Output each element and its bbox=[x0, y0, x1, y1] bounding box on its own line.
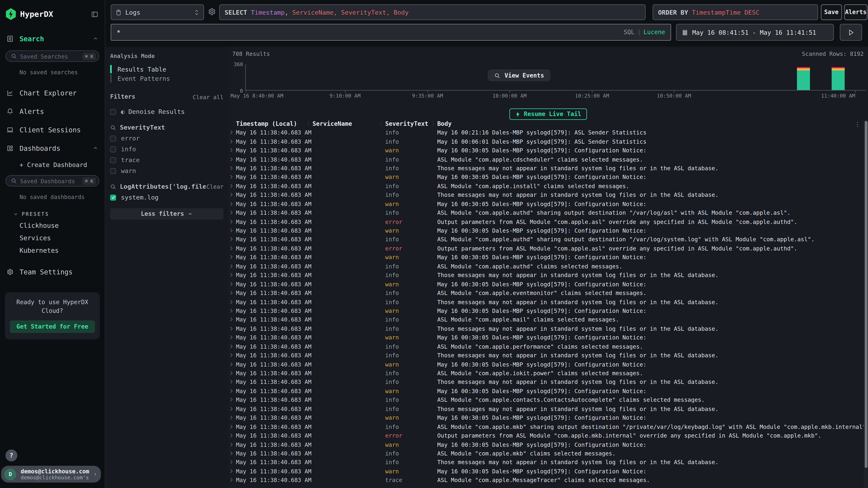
alerts-button[interactable]: Alerts bbox=[844, 4, 867, 20]
table-row[interactable]: May 16 11:38:40.683 AM warn May 16 00:30… bbox=[228, 280, 864, 288]
lucene-mode-toggle[interactable]: Lucene bbox=[644, 29, 665, 36]
column-header-severitytext[interactable]: ⋮SeverityText bbox=[385, 120, 437, 127]
get-started-button[interactable]: Get Started for Free bbox=[10, 321, 95, 333]
table-row[interactable]: May 16 11:38:40.683 AM info May 16 00:06… bbox=[228, 137, 864, 146]
row-expand-chevron-icon[interactable] bbox=[230, 139, 236, 143]
column-drag-icon[interactable]: ⋮ bbox=[379, 120, 383, 126]
table-row[interactable]: May 16 11:38:40.683 AM info ASL Module "… bbox=[228, 235, 864, 244]
sidebar-item-team-settings[interactable]: Team Settings bbox=[0, 266, 105, 277]
table-row[interactable]: May 16 11:38:40.683 AM info Those messag… bbox=[228, 270, 864, 280]
row-expand-chevron-icon[interactable] bbox=[230, 291, 236, 295]
table-row[interactable]: May 16 11:38:40.683 AM warn May 16 00:30… bbox=[228, 333, 864, 342]
row-expand-chevron-icon[interactable] bbox=[230, 460, 236, 464]
tab-results-table[interactable]: Results Table bbox=[110, 65, 223, 74]
row-expand-chevron-icon[interactable] bbox=[230, 157, 236, 161]
row-expand-chevron-icon[interactable] bbox=[230, 282, 236, 286]
source-select[interactable]: Logs bbox=[111, 4, 204, 20]
row-expand-chevron-icon[interactable] bbox=[230, 406, 236, 411]
date-range-picker[interactable]: May 16 08:41:51 - May 16 11:41:51 bbox=[676, 24, 834, 41]
table-row[interactable]: May 16 11:38:40.683 AM warn May 16 00:30… bbox=[228, 199, 864, 208]
row-expand-chevron-icon[interactable] bbox=[230, 416, 236, 420]
search-icon[interactable] bbox=[110, 125, 116, 130]
row-expand-chevron-icon[interactable] bbox=[230, 362, 236, 366]
row-expand-chevron-icon[interactable] bbox=[230, 237, 236, 241]
checkbox[interactable] bbox=[110, 135, 116, 141]
collapse-sidebar-icon[interactable] bbox=[91, 11, 98, 18]
table-row[interactable]: May 16 11:38:40.683 AM info ASL Module "… bbox=[228, 315, 864, 324]
row-expand-chevron-icon[interactable] bbox=[230, 442, 236, 447]
filter-option[interactable]: system.log bbox=[110, 194, 223, 201]
resume-live-tail-button[interactable]: Resume Live Tail bbox=[509, 108, 587, 120]
row-expand-chevron-icon[interactable] bbox=[230, 371, 236, 375]
filter-option[interactable]: error bbox=[110, 134, 223, 142]
table-row[interactable]: May 16 11:38:40.683 AM info ASL Module "… bbox=[228, 262, 864, 270]
help-button[interactable]: ? bbox=[5, 450, 18, 461]
checkbox[interactable] bbox=[110, 194, 116, 200]
clear-filter-button[interactable]: Clear bbox=[206, 183, 223, 190]
preset-item[interactable]: Clickhouse bbox=[20, 222, 105, 229]
table-scrollbar[interactable] bbox=[864, 120, 868, 488]
row-expand-chevron-icon[interactable] bbox=[230, 398, 236, 402]
create-dashboard-button[interactable]: + Create Dashboard bbox=[20, 161, 105, 169]
column-drag-icon[interactable]: ⋮ bbox=[431, 120, 436, 126]
row-expand-chevron-icon[interactable] bbox=[230, 193, 236, 197]
table-row[interactable]: May 16 11:38:40.683 AM warn May 16 00:30… bbox=[228, 306, 864, 315]
table-row[interactable]: May 16 11:38:40.683 AM info ASL Module "… bbox=[228, 422, 864, 431]
search-query-input[interactable]: * SQL|Lucene bbox=[111, 24, 671, 41]
table-row[interactable]: May 16 11:38:40.683 AM info Those messag… bbox=[228, 297, 864, 306]
column-header-servicename[interactable]: ⋮ServiceName bbox=[312, 120, 385, 127]
row-expand-chevron-icon[interactable] bbox=[230, 228, 236, 233]
save-button[interactable]: Save bbox=[821, 4, 842, 20]
preset-item[interactable]: Kubernetes bbox=[20, 247, 105, 254]
checkbox[interactable] bbox=[110, 157, 116, 163]
row-expand-chevron-icon[interactable] bbox=[230, 220, 236, 224]
table-row[interactable]: May 16 11:38:40.683 AM warn May 16 00:30… bbox=[228, 386, 864, 395]
table-row[interactable]: May 16 11:38:40.683 AM warn May 16 00:30… bbox=[228, 467, 864, 476]
row-expand-chevron-icon[interactable] bbox=[230, 335, 236, 339]
table-row[interactable]: May 16 11:38:40.683 AM info ASL Module "… bbox=[228, 208, 864, 217]
row-expand-chevron-icon[interactable] bbox=[230, 451, 236, 455]
column-header-timestamp[interactable]: Timestamp (Local) bbox=[236, 120, 312, 127]
clear-all-button[interactable]: Clear all bbox=[193, 94, 223, 100]
user-menu[interactable]: D demos@clickhouse.com demos@clickhouse.… bbox=[1, 466, 101, 483]
row-expand-chevron-icon[interactable] bbox=[230, 326, 236, 331]
table-row[interactable]: May 16 11:38:40.683 AM info ASL Module "… bbox=[228, 182, 864, 190]
table-row[interactable]: May 16 11:38:40.683 AM info ASL Module "… bbox=[228, 449, 864, 458]
sidebar-item-chart-explorer[interactable]: Chart Explorer bbox=[0, 87, 105, 98]
row-expand-chevron-icon[interactable] bbox=[230, 264, 236, 268]
filter-option[interactable]: info bbox=[110, 145, 223, 153]
search-icon[interactable] bbox=[110, 184, 116, 190]
sidebar-item-dashboards[interactable]: Dashboards bbox=[0, 142, 105, 154]
sidebar-item-alerts[interactable]: Alerts bbox=[0, 106, 105, 117]
row-expand-chevron-icon[interactable] bbox=[230, 148, 236, 152]
row-expand-chevron-icon[interactable] bbox=[230, 166, 236, 170]
row-expand-chevron-icon[interactable] bbox=[230, 255, 236, 259]
order-by-editor[interactable]: ORDER BY TimestampTime DESC bbox=[653, 4, 818, 20]
row-expand-chevron-icon[interactable] bbox=[230, 433, 236, 437]
table-row[interactable]: May 16 11:38:40.683 AM info Those messag… bbox=[228, 458, 864, 467]
table-row[interactable]: May 16 11:38:40.683 AM trace ASL Module … bbox=[228, 476, 864, 484]
table-row[interactable]: May 16 11:38:40.683 AM error Output para… bbox=[228, 217, 864, 226]
row-expand-chevron-icon[interactable] bbox=[230, 478, 236, 482]
table-row[interactable]: May 16 11:38:40.683 AM warn May 16 00:30… bbox=[228, 173, 864, 182]
less-filters-button[interactable]: Less filters bbox=[110, 208, 223, 220]
table-row[interactable]: May 16 11:38:40.683 AM info Those messag… bbox=[228, 378, 864, 386]
denoise-results-checkbox[interactable]: ◐ Denoise Results bbox=[110, 108, 223, 116]
row-expand-chevron-icon[interactable] bbox=[230, 273, 236, 277]
histogram-plot[interactable]: May 16 8:40:00 AM 9:10:00 AM bbox=[245, 64, 866, 91]
row-expand-chevron-icon[interactable] bbox=[230, 344, 236, 349]
row-expand-chevron-icon[interactable] bbox=[230, 300, 236, 304]
table-row[interactable]: May 16 11:38:40.683 AM info Those messag… bbox=[228, 324, 864, 333]
sidebar-item-client-sessions[interactable]: Client Sessions bbox=[0, 124, 105, 135]
table-row[interactable]: May 16 11:38:40.683 AM info ASL Module "… bbox=[228, 289, 864, 297]
table-row[interactable]: May 16 11:38:40.683 AM warn May 16 00:30… bbox=[228, 253, 864, 262]
row-expand-chevron-icon[interactable] bbox=[230, 175, 236, 179]
row-expand-chevron-icon[interactable] bbox=[230, 424, 236, 429]
table-row[interactable]: May 16 11:38:40.683 AM warn May 16 00:30… bbox=[228, 360, 864, 368]
table-row[interactable]: May 16 11:38:40.683 AM info ASL Module "… bbox=[228, 395, 864, 404]
checkbox[interactable] bbox=[110, 146, 116, 152]
checkbox[interactable] bbox=[110, 168, 116, 174]
row-expand-chevron-icon[interactable] bbox=[230, 130, 236, 135]
table-row[interactable]: May 16 11:38:40.683 AM info Those messag… bbox=[228, 190, 864, 199]
row-expand-chevron-icon[interactable] bbox=[230, 308, 236, 313]
